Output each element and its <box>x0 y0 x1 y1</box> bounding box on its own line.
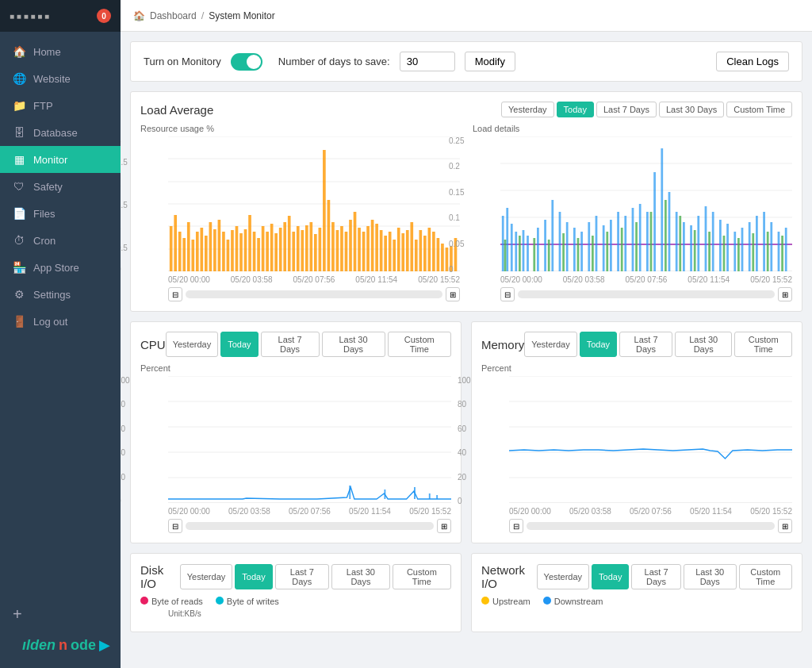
network-7days-btn[interactable]: Last 7 Days <box>631 564 680 589</box>
memory-30days-btn[interactable]: Last 30 Days <box>675 332 732 357</box>
sidebar-item-files[interactable]: 📄 Files <box>0 200 121 227</box>
memory-custom-btn[interactable]: Custom Time <box>734 332 792 357</box>
load-average-title: Load Average <box>140 103 213 117</box>
svg-rect-43 <box>327 200 331 271</box>
monitor-toggle[interactable] <box>231 53 262 71</box>
load-avg-custom-btn[interactable]: Custom Time <box>726 102 792 117</box>
cpu-memory-row: CPU Yesterday Today Last 7 Days Last 30 … <box>130 321 802 543</box>
sidebar-item-website[interactable]: 🌐 Website <box>0 65 121 92</box>
load-scroll-right-icon[interactable]: ⊞ <box>778 287 792 301</box>
load-avg-30days-btn[interactable]: Last 30 Days <box>659 102 724 117</box>
logo-suffix: ode <box>71 637 96 654</box>
sidebar-item-monitor[interactable]: ▦ Monitor <box>0 146 121 173</box>
cpu-scroll-right-icon[interactable]: ⊞ <box>437 519 451 533</box>
sidebar-item-appstore[interactable]: 🏪 App Store <box>0 254 121 281</box>
svg-rect-57 <box>389 232 392 271</box>
svg-rect-19 <box>222 232 225 271</box>
sidebar-item-safety[interactable]: 🛡 Safety <box>0 173 121 200</box>
svg-rect-48 <box>349 220 352 271</box>
svg-rect-109 <box>705 206 707 271</box>
svg-rect-59 <box>397 228 400 271</box>
network-custom-btn[interactable]: Custom Time <box>739 564 792 589</box>
scroll-track[interactable] <box>186 290 442 298</box>
cpu-scroll-track[interactable] <box>186 522 434 530</box>
cpu-30days-btn[interactable]: Last 30 Days <box>322 332 385 357</box>
network-io-title: Network I/O <box>481 563 537 590</box>
cpu-scroll-left-icon[interactable]: ⊟ <box>168 519 182 533</box>
svg-rect-108 <box>697 216 699 271</box>
sidebar-item-home[interactable]: 🏠 Home <box>0 38 121 65</box>
cpu-today-btn[interactable]: Today <box>220 332 258 357</box>
svg-rect-102 <box>653 172 656 271</box>
cpu-header: CPU Yesterday Today Last 7 Days Last 30 … <box>140 332 451 357</box>
cpu-7days-btn[interactable]: Last 7 Days <box>261 332 320 357</box>
disk-today-btn[interactable]: Today <box>235 564 272 589</box>
appstore-icon: 🏪 <box>13 261 25 274</box>
svg-rect-27 <box>257 238 260 271</box>
breadcrumb-current: System Monitor <box>209 10 274 21</box>
svg-rect-104 <box>668 192 671 271</box>
svg-rect-106 <box>683 222 685 271</box>
sidebar-item-home-label: Home <box>33 46 61 58</box>
memory-scroll-left-icon[interactable]: ⊟ <box>509 519 523 533</box>
load-scroll-left-icon[interactable]: ⊟ <box>500 287 515 301</box>
disk-writes-legend: Byte of writes <box>216 597 279 606</box>
content-area: Turn on Monitory Number of days to save:… <box>121 32 812 668</box>
svg-rect-69 <box>441 244 444 271</box>
load-avg-yesterday-btn[interactable]: Yesterday <box>501 102 554 117</box>
svg-rect-123 <box>533 238 535 271</box>
sidebar-item-ftp[interactable]: 📁 FTP <box>0 92 121 119</box>
sidebar-item-logout[interactable]: 🚪 Log out <box>0 308 121 335</box>
sidebar-app-name: ■ ■ ■ ■ ■ ■ <box>10 12 49 21</box>
svg-rect-138 <box>752 233 754 271</box>
svg-rect-148 <box>384 489 385 499</box>
ftp-icon: 📁 <box>13 99 25 112</box>
network-yesterday-btn[interactable]: Yesterday <box>537 564 590 589</box>
modify-button[interactable]: Modify <box>465 52 515 71</box>
svg-rect-88 <box>551 200 553 271</box>
svg-rect-130 <box>635 222 638 271</box>
svg-rect-21 <box>231 230 234 271</box>
disk-yesterday-btn[interactable]: Yesterday <box>180 564 233 589</box>
network-30days-btn[interactable]: Last 30 Days <box>684 564 737 589</box>
disk-30days-btn[interactable]: Last 30 Days <box>331 564 390 589</box>
clean-logs-button[interactable]: Clean Logs <box>716 52 789 71</box>
svg-rect-124 <box>548 240 550 271</box>
svg-rect-80 <box>502 216 504 271</box>
svg-rect-86 <box>537 228 539 271</box>
disk-7days-btn[interactable]: Last 7 Days <box>275 564 329 589</box>
add-button[interactable]: + <box>13 605 108 624</box>
network-today-btn[interactable]: Today <box>592 564 629 589</box>
memory-7days-btn[interactable]: Last 7 Days <box>619 332 672 357</box>
load-avg-today-btn[interactable]: Today <box>557 102 594 117</box>
memory-yesterday-btn[interactable]: Yesterday <box>524 332 577 357</box>
load-details-svg <box>500 136 792 271</box>
scroll-right-icon[interactable]: ⊞ <box>446 287 460 301</box>
sidebar-item-appstore-label: App Store <box>33 262 79 274</box>
memory-today-btn[interactable]: Today <box>580 332 617 357</box>
cpu-yesterday-btn[interactable]: Yesterday <box>166 332 219 357</box>
svg-rect-35 <box>292 232 295 271</box>
svg-rect-97 <box>617 212 619 271</box>
days-input[interactable] <box>400 52 455 71</box>
memory-scroll-right-icon[interactable]: ⊞ <box>778 519 792 533</box>
breadcrumb-home[interactable]: Dashboard <box>150 10 197 21</box>
scroll-left-icon[interactable]: ⊟ <box>168 287 182 301</box>
memory-scroll-track[interactable] <box>527 522 775 530</box>
sidebar-item-database[interactable]: 🗄 Database <box>0 119 121 146</box>
load-scroll-track[interactable] <box>518 290 775 298</box>
memory-y-label: Percent <box>481 363 792 373</box>
cpu-custom-btn[interactable]: Custom Time <box>388 332 451 357</box>
sidebar-item-cron[interactable]: ⏱ Cron <box>0 227 121 254</box>
monitor-icon: ▦ <box>13 153 25 166</box>
disk-custom-btn[interactable]: Custom Time <box>393 564 451 589</box>
disk-legend: Byte of reads Byte of writes <box>140 597 451 606</box>
svg-rect-93 <box>588 222 590 271</box>
sidebar-item-logout-label: Log out <box>33 316 67 328</box>
svg-rect-150 <box>429 493 431 499</box>
svg-rect-136 <box>723 236 726 271</box>
svg-rect-39 <box>309 222 312 271</box>
load-avg-7days-btn[interactable]: Last 7 Days <box>596 102 657 117</box>
svg-rect-92 <box>580 232 583 271</box>
sidebar-item-settings[interactable]: ⚙ Settings <box>0 281 121 308</box>
